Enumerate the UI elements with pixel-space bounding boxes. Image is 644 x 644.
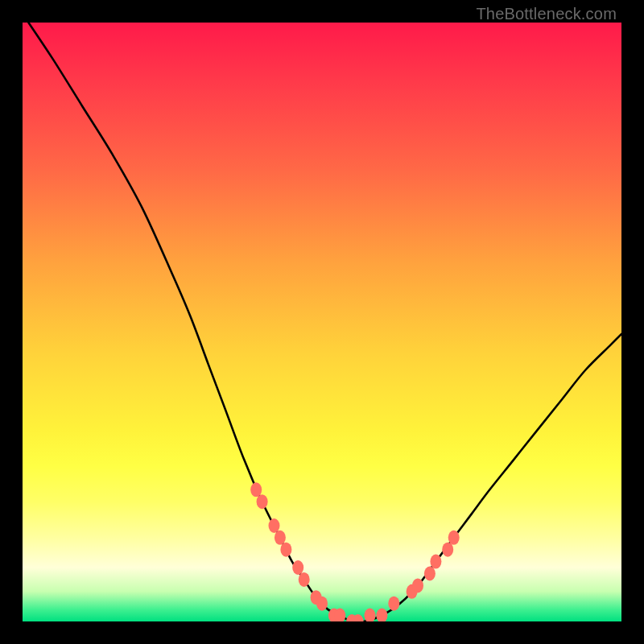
curve-marker: [442, 543, 453, 557]
curve-marker: [250, 482, 262, 497]
watermark-text: TheBottleneck.com: [476, 5, 617, 23]
curve-marker: [316, 597, 328, 611]
bottleneck-chart: [23, 23, 621, 621]
curve-marker: [257, 494, 268, 509]
curve-marker: [376, 609, 387, 621]
curve-marker: [275, 530, 286, 545]
curve-marker: [448, 530, 460, 545]
curve-marker: [299, 572, 310, 587]
curve-marker-group: [250, 482, 460, 621]
curve-marker: [269, 518, 280, 533]
bottleneck-curve-line: [28, 23, 621, 621]
curve-marker: [292, 560, 303, 575]
curve-marker: [365, 609, 376, 621]
curve-marker: [424, 567, 436, 581]
curve-marker: [430, 555, 441, 569]
curve-marker: [280, 543, 291, 557]
curve-marker: [388, 597, 399, 611]
curve-marker: [412, 578, 423, 592]
